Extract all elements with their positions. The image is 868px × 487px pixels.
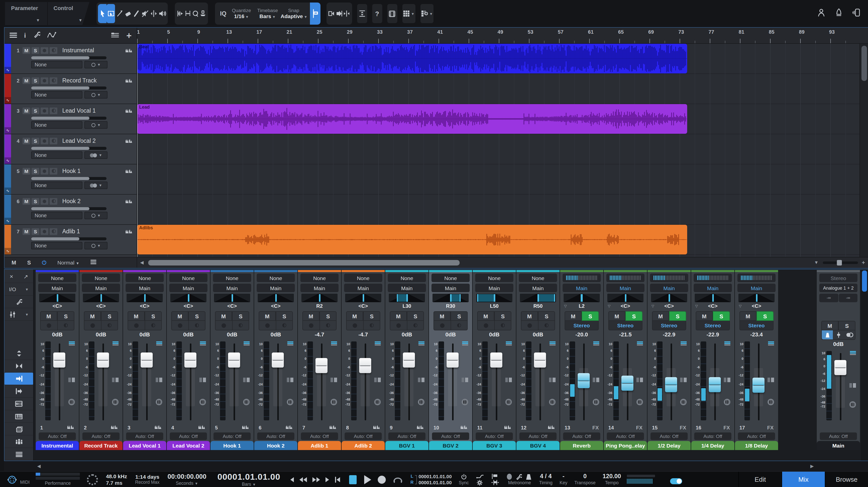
track-mute-button[interactable]: M [22,77,31,84]
meter-options-icon[interactable] [331,399,337,405]
channel-name-label[interactable]: Instrumental [36,441,79,450]
record-arm-button[interactable] [303,321,319,330]
track-name[interactable]: Record Track [58,78,124,84]
channel-name-label[interactable]: Adlib 1 [298,441,341,450]
mixer-channel[interactable]: NoneMainR30MS0dB1060-6-12-24-36-48-7210A… [429,270,472,450]
pan-value[interactable]: R30 [429,302,472,310]
track-automation-dropdown[interactable]: None [31,242,82,250]
monitor-button[interactable] [101,321,118,330]
insert-slot[interactable]: None [38,274,76,282]
master-insert-slot[interactable]: Stereo [819,274,858,282]
track-name[interactable]: Lead Vocal 1 [58,108,124,114]
output-slot[interactable]: Main [694,284,732,292]
track-name[interactable]: Hook 1 [58,168,124,174]
meter-mode-icon[interactable] [112,378,119,382]
monitor-button[interactable] [57,321,74,330]
track-solo-button[interactable]: S [31,107,40,114]
pan-value[interactable]: R2 [298,302,341,310]
track-record-button[interactable] [40,228,49,235]
macro-tools-icon[interactable] [199,4,207,23]
channel-volume-value[interactable]: 0dB [211,332,254,339]
track-solo-button[interactable]: S [31,47,40,54]
lanes-options-icon[interactable] [90,259,96,265]
track-color-strip[interactable]: ∿ [4,195,11,224]
mixer-channel[interactable]: Main▽L2MSStereo-20.01060-6-12-24-36-48-7… [560,270,603,450]
track-volume-slider[interactable] [31,86,106,89]
add-track-view-button[interactable]: ▼ [420,4,433,23]
pan-value[interactable]: <C> [254,302,298,310]
insert-slot[interactable]: None [300,274,339,282]
previous-bar-button[interactable] [289,476,294,483]
channel-mute-button[interactable]: M [215,311,232,321]
pan-value[interactable]: <C> [36,302,79,310]
channel-automation-button[interactable]: Auto: Off [214,432,251,440]
fader-cap[interactable] [97,352,109,368]
pan-value[interactable]: <C> [342,302,385,310]
meter-mode-icon[interactable] [156,378,162,382]
meter-mode-icon[interactable] [637,378,643,382]
output-slot[interactable]: Main [563,284,601,292]
master-volume-value[interactable]: 0dB [817,341,860,349]
master-mono-level[interactable]: -∞ [819,294,838,302]
insert-slot[interactable]: None [432,274,470,282]
output-slot[interactable]: Main [213,284,251,292]
channel-fader[interactable]: 1060-6-12-24-36-48-72 [387,340,427,423]
channel-volume-value[interactable]: -23.4 [735,332,778,339]
meter-mode-icon[interactable] [462,378,468,382]
meter-mode-icon[interactable] [724,378,731,382]
pan-value[interactable]: <C> [167,302,210,310]
groups-icon[interactable] [4,435,33,448]
track-automation-dropdown[interactable]: None [31,212,82,219]
waveform-view-icon[interactable] [124,48,134,53]
channel-mute-button[interactable]: M [171,311,188,321]
meter-options-icon[interactable] [724,399,731,405]
fader-cap[interactable] [184,352,196,368]
automation-selector[interactable]: ▼ [84,242,107,250]
channel-volume-value[interactable]: 0dB [429,332,472,339]
meter-options-icon[interactable] [68,399,75,405]
edit-view-button[interactable]: Edit [738,471,782,487]
channel-automation-button[interactable]: Auto: Off [563,432,600,440]
parameter-dropdown[interactable]: Parameter ▼ [5,2,47,25]
channel-list-icon[interactable] [4,448,33,461]
meter-options-icon[interactable] [374,399,381,405]
channel-solo-button[interactable]: S [669,311,686,321]
close-icon[interactable]: × [9,273,13,280]
pan-expand-icon[interactable]: ▽ [739,304,742,308]
mixer-channel[interactable]: NoneMain<C>MS0dB1060-6-12-24-36-48-721Au… [36,270,79,450]
track-monitor-button[interactable] [49,228,58,235]
loop-button[interactable] [392,475,403,484]
track-monitor-button[interactable] [49,167,58,175]
range-tool-button[interactable] [106,4,115,23]
channel-volume-value[interactable]: 0dB [36,332,79,339]
meter-options-icon[interactable] [505,399,512,405]
automation-power-icon[interactable]: ⏻ [42,259,46,266]
insert-slot[interactable] [563,274,601,282]
narrow-channels-icon[interactable] [4,360,33,373]
output-slot[interactable]: Main [519,284,557,292]
channel-name-label[interactable]: 1/8 Delay [735,441,778,450]
track-name[interactable]: Lead Vocal 2 [58,138,124,144]
track-mute-button[interactable]: M [22,107,31,114]
scroll-left-icon[interactable]: ◀ [140,260,144,265]
channel-name-label[interactable]: BGV 2 [429,441,472,450]
track-record-button[interactable] [40,77,49,84]
channel-automation-button[interactable]: Auto: Off [607,432,644,440]
monitor-button[interactable] [407,321,424,330]
waveform-view-icon[interactable] [124,229,134,234]
fader-cap[interactable] [534,352,546,368]
output-slot[interactable]: Main [388,284,426,292]
track-height-button[interactable] [357,4,367,23]
track-solo-button[interactable]: S [31,77,40,84]
instruments-icon[interactable] [4,410,33,423]
channel-volume-value[interactable]: 0dB [167,332,210,339]
zoom-in-icon[interactable]: + [862,259,865,265]
channel-fader[interactable]: 1060-6-12-24-36-48-72 [256,340,296,423]
pan-control[interactable] [476,294,513,302]
track-record-button[interactable] [40,107,49,114]
channel-mute-button[interactable]: M [739,311,756,321]
channel-name-label[interactable]: BGV 3 [473,441,516,450]
samplerate-display[interactable]: 48.0 kHz 7.7 ms [106,474,127,486]
track-lane[interactable] [137,195,860,225]
pan-control[interactable] [127,294,163,302]
